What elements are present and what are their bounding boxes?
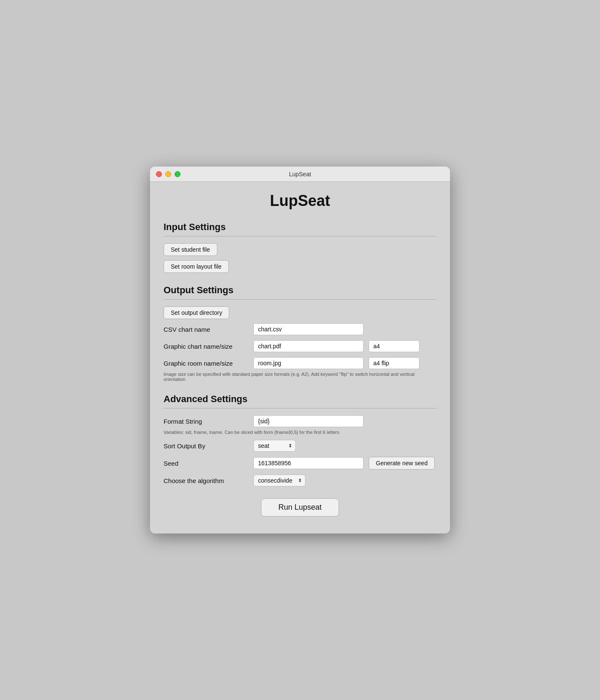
algorithm-row: Choose the algorithm consecdivide random…: [164, 475, 436, 486]
sort-output-select[interactable]: seat sid fname lname: [253, 440, 296, 452]
close-button[interactable]: [156, 171, 162, 177]
csv-chart-input[interactable]: [253, 323, 364, 335]
seed-row: Seed Generate new seed: [164, 457, 436, 469]
format-string-input[interactable]: [253, 415, 364, 427]
graphic-room-size-input[interactable]: [369, 357, 419, 369]
sort-output-label: Sort Output By: [164, 442, 248, 450]
format-hint: Variables: sid, fname, lname. Can be sli…: [164, 430, 436, 435]
graphic-chart-name-input[interactable]: [253, 340, 364, 352]
input-settings-section: Input Settings Set student file Set room…: [164, 222, 436, 273]
app-window: LupSeat LupSeat Input Settings Set stude…: [150, 167, 450, 533]
algorithm-label: Choose the algorithm: [164, 477, 248, 484]
maximize-button[interactable]: [175, 171, 181, 177]
set-student-file-row: Set student file: [164, 243, 436, 256]
input-settings-divider: [164, 236, 436, 236]
format-string-row: Format String: [164, 415, 436, 427]
titlebar: LupSeat: [150, 167, 450, 182]
input-settings-header: Input Settings: [164, 222, 436, 233]
generate-seed-button[interactable]: Generate new seed: [369, 457, 435, 469]
graphic-chart-label: Graphic chart name/size: [164, 343, 248, 350]
graphic-chart-row: Graphic chart name/size: [164, 340, 436, 352]
csv-chart-row: CSV chart name: [164, 323, 436, 335]
seed-input[interactable]: [253, 457, 364, 469]
advanced-settings-section: Advanced Settings Format String Variable…: [164, 394, 436, 486]
image-size-hint: Image size can be specified with standar…: [164, 372, 436, 382]
window-title: LupSeat: [289, 171, 311, 178]
seed-label: Seed: [164, 460, 248, 467]
graphic-room-label: Graphic room name/size: [164, 360, 248, 367]
set-student-file-button[interactable]: Set student file: [164, 243, 217, 256]
set-output-dir-button[interactable]: Set output directory: [164, 306, 229, 319]
set-room-layout-row: Set room layout file: [164, 260, 436, 273]
format-string-label: Format String: [164, 418, 248, 425]
graphic-room-row: Graphic room name/size: [164, 357, 436, 369]
set-output-dir-row: Set output directory: [164, 306, 436, 319]
set-room-layout-button[interactable]: Set room layout file: [164, 260, 229, 273]
graphic-chart-size-input[interactable]: [369, 340, 419, 352]
traffic-lights: [156, 171, 181, 177]
sort-output-row: Sort Output By seat sid fname lname ⬍: [164, 440, 436, 452]
graphic-room-name-input[interactable]: [253, 357, 364, 369]
advanced-settings-divider: [164, 408, 436, 408]
output-settings-divider: [164, 299, 436, 300]
app-title: LupSeat: [164, 192, 436, 210]
sort-output-select-wrapper: seat sid fname lname ⬍: [253, 440, 296, 452]
output-settings-header: Output Settings: [164, 285, 436, 296]
run-lupseat-button[interactable]: Run Lupseat: [261, 498, 339, 517]
algorithm-select[interactable]: consecdivide random sequential: [253, 475, 306, 486]
minimize-button[interactable]: [165, 171, 171, 177]
main-content: LupSeat Input Settings Set student file …: [150, 182, 450, 533]
output-settings-section: Output Settings Set output directory CSV…: [164, 285, 436, 382]
csv-chart-label: CSV chart name: [164, 326, 248, 333]
algorithm-select-wrapper: consecdivide random sequential ⬍: [253, 475, 306, 486]
advanced-settings-header: Advanced Settings: [164, 394, 436, 405]
